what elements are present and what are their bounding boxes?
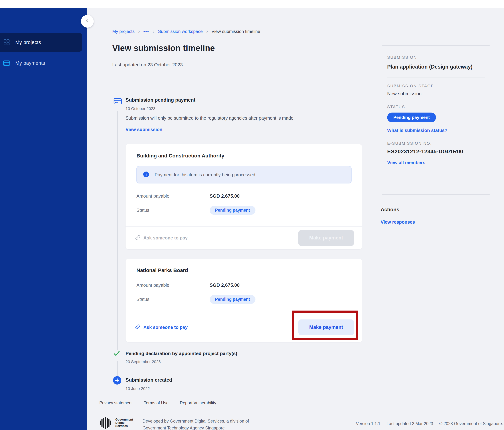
breadcrumb: My projects › ••• › Submission workspace… (112, 29, 260, 34)
page-title: View submission timeline (112, 43, 215, 53)
submission-value: Plan application (Design gateway) (387, 63, 473, 70)
top-strip (0, 0, 504, 8)
copyright-text: © 2023 Government of Singapore. (439, 421, 503, 426)
submission-summary-panel: SUBMISSION Plan application (Design gate… (381, 45, 491, 194)
developed-by-text: Developed by Government Digital Services… (143, 418, 249, 430)
agency-card-footer: Ask someone to pay Make payment (126, 226, 362, 249)
banner-message: Payment for this item is currently being… (155, 172, 257, 177)
divider (387, 77, 485, 78)
sidebar-collapse-button[interactable] (81, 15, 94, 28)
esubmission-no-value: ES20231212-12345-DG01R00 (387, 148, 485, 155)
esubmission-no-label: E-SUBMISSION NO. (387, 141, 485, 146)
agency-card-bca: Building and Construction Authority Paym… (126, 144, 362, 249)
agency-card-nparks: National Parks Board Amount payable SGD … (126, 259, 362, 342)
version-text: Version 1.1.1 (356, 421, 380, 426)
submission-stage-value: New submission (387, 91, 485, 97)
agency-card-footer: Ask someone to pay Make payment (126, 312, 362, 342)
agency-name: National Parks Board (136, 267, 351, 273)
amount-payable-value: SGD 2,675.00 (210, 193, 240, 199)
info-icon (143, 171, 149, 178)
sidebar-item-my-payments[interactable]: My payments (0, 54, 82, 72)
main-content: My projects › ••• › Submission workspace… (87, 8, 504, 430)
view-all-members-link[interactable]: View all members (387, 160, 485, 165)
footer-links: Privacy statement Terms of Use Report Vu… (99, 401, 216, 405)
timeline-event-date: 10 June 2022 (126, 386, 150, 391)
submission-stage-label: SUBMISSION STAGE (387, 84, 485, 88)
breadcrumb-submission-workspace[interactable]: Submission workspace (158, 29, 203, 34)
breadcrumb-separator-icon: › (153, 29, 154, 34)
breadcrumb-separator-icon: › (138, 29, 140, 34)
gds-logo-icon (99, 417, 112, 430)
privacy-statement-link[interactable]: Privacy statement (99, 401, 133, 405)
agency-name: Building and Construction Authority (136, 153, 351, 159)
ask-someone-to-pay-label: Ask someone to pay (143, 235, 188, 241)
make-payment-button[interactable]: Make payment (298, 319, 354, 335)
link-chain-icon (135, 235, 140, 241)
status-badge: Pending payment (210, 206, 255, 215)
breadcrumb-my-projects[interactable]: My projects (112, 29, 135, 34)
timeline-event-date: 10 October 2023 (126, 106, 155, 111)
sidebar: My projects My payments (0, 8, 87, 430)
report-vulnerability-link[interactable]: Report Vulnerability (180, 401, 216, 405)
sidebar-item-my-projects[interactable]: My projects (0, 33, 82, 52)
ask-someone-to-pay-link[interactable]: Ask someone to pay (135, 324, 188, 331)
footer-divider (87, 394, 504, 394)
credit-card-icon (3, 60, 10, 67)
amount-payable-label: Amount payable (136, 282, 210, 288)
check-icon (113, 350, 120, 358)
status-badge: Pending payment (210, 295, 255, 304)
status-label: STATUS (387, 105, 485, 109)
ask-someone-to-pay-link: Ask someone to pay (135, 235, 188, 241)
app-window: My projects My payments My projects (0, 0, 504, 430)
timeline-event-description: Submission will only be submitted to the… (126, 115, 295, 121)
make-payment-button-disabled: Make payment (298, 230, 354, 246)
terms-of-use-link[interactable]: Terms of Use (144, 401, 169, 405)
amount-payable-label: Amount payable (136, 193, 210, 199)
sidebar-item-label: My payments (15, 60, 45, 66)
chevron-left-icon (84, 18, 90, 25)
timeline-event-title: Pending declaration by appointed project… (126, 351, 237, 356)
ask-someone-to-pay-label: Ask someone to pay (143, 325, 188, 330)
footer-meta: Version 1.1.1 Last updated 2 Mar 2023 © … (356, 421, 503, 426)
timeline-event-title: Submission created (126, 377, 172, 383)
status-label: Status (136, 208, 210, 213)
view-submission-link[interactable]: View submission (126, 127, 162, 132)
link-chain-icon (135, 324, 140, 331)
actions-heading: Actions (381, 207, 399, 212)
page-last-updated: Last updated on 23 October 2023 (112, 62, 183, 68)
timeline-event-date: 20 September 2023 (126, 360, 161, 364)
grid-icon (3, 39, 10, 46)
payment-processing-banner: Payment for this item is currently being… (136, 166, 351, 184)
status-badge: Pending payment (387, 113, 436, 122)
timeline-event-title: Submission pending payment (126, 97, 195, 103)
what-is-submission-status-link[interactable]: What is submission status? (387, 128, 485, 133)
payment-card-icon (113, 97, 122, 106)
amount-payable-value: SGD 2,675.00 (210, 282, 240, 288)
submission-timeline: Submission pending payment 10 October 20… (112, 88, 367, 401)
footer-last-updated: Last updated 2 Mar 2023 (387, 421, 433, 426)
breadcrumb-collapsed-ellipsis[interactable]: ••• (143, 29, 149, 34)
status-label: Status (136, 297, 210, 302)
timeline-connector (117, 361, 118, 376)
submission-label: SUBMISSION (387, 55, 485, 60)
gds-logo-wordmark: Government Digital Services (115, 418, 133, 428)
breadcrumb-separator-icon: › (206, 29, 208, 34)
timeline-connector (117, 111, 118, 350)
view-responses-link[interactable]: View responses (381, 219, 415, 225)
sidebar-item-label: My projects (15, 40, 41, 45)
footer-brand: Government Digital Services Developed by… (99, 417, 249, 430)
plus-circle-icon (113, 376, 121, 385)
breadcrumb-current-page: View submission timeline (211, 29, 260, 34)
